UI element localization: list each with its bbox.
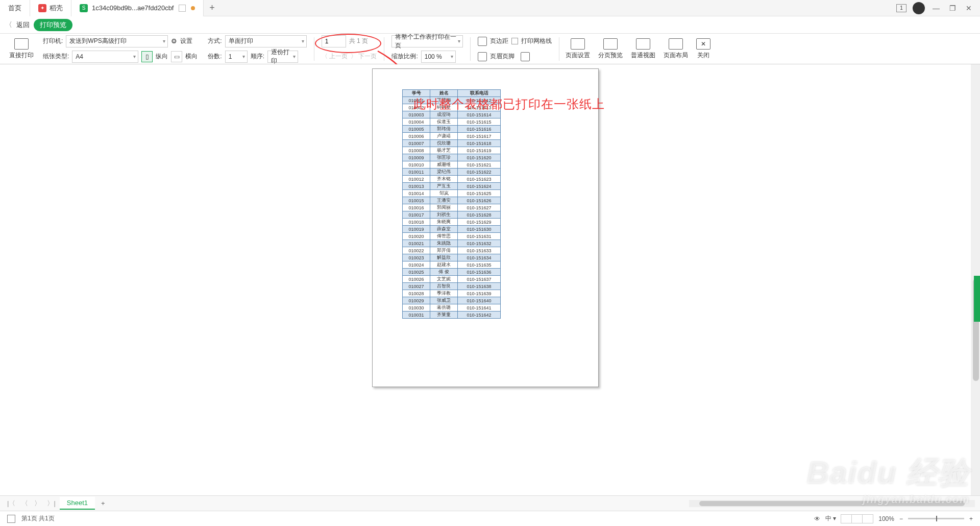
margins-button[interactable]: 页边距 打印网格线 — [478, 35, 552, 47]
page-setup-icon — [571, 38, 585, 50]
zoom-label: 缩放比例: — [391, 52, 418, 61]
zoom-out-button[interactable]: − — [899, 515, 903, 522]
settings-button[interactable]: 设置 — [180, 37, 192, 45]
printer-label: 打印机: — [43, 37, 63, 45]
eye-icon[interactable]: 👁 — [814, 515, 820, 522]
orientation-portrait[interactable]: 纵向 — [156, 52, 168, 61]
page-break-icon — [603, 38, 618, 50]
prev-page-button[interactable]: 〈 上一页 — [322, 52, 348, 61]
landscape-icon: ▭ — [171, 51, 182, 62]
printer-select[interactable]: 发送到WPS高级打印 — [66, 35, 168, 47]
print-preview-title: 打印预览 — [34, 19, 72, 31]
status-sheet-icon[interactable] — [7, 515, 15, 523]
back-button[interactable]: 返回 — [16, 20, 30, 30]
paper-select[interactable]: A4 — [72, 51, 138, 63]
preview-table: 学号姓名联系电话010001丁慧湘010-151612010002钟艳梦010-… — [402, 89, 501, 319]
portrait-icon: ▯ — [141, 51, 153, 62]
printer-icon — [14, 38, 29, 50]
header-footer-icon — [478, 52, 487, 61]
docer-icon: ✦ — [38, 4, 46, 12]
print-toolbar: 直接打印 打印机: 发送到WPS高级打印 ⚙ 设置 纸张类型: A4 ▯ 纵向 … — [0, 34, 980, 64]
order-label: 顺序: — [251, 52, 264, 61]
paper-label: 纸张类型: — [43, 52, 69, 61]
sheet-tab-bar: |〈 〈 〉 〉| Sheet1 + — [0, 495, 980, 511]
tab-docer[interactable]: ✦稻壳 — [30, 0, 71, 16]
print-grid-label: 打印网格线 — [521, 37, 552, 45]
normal-view-button[interactable]: 普通视图 — [627, 38, 659, 60]
unsaved-dot-icon — [191, 6, 195, 10]
zoom-in-button[interactable]: + — [969, 515, 973, 522]
sheet-add-button[interactable]: + — [97, 499, 109, 507]
tab-file[interactable]: S 1c34c09bd9b...ae7fdd20cbf — [71, 0, 204, 16]
copies-label: 份数: — [208, 52, 222, 61]
grid-checkbox[interactable] — [511, 38, 518, 44]
page-number-input[interactable] — [322, 35, 346, 47]
next-page-button[interactable]: 〉 下一页 — [351, 52, 377, 61]
order-select[interactable]: 逐份打印 — [267, 51, 298, 63]
normal-view-icon — [636, 38, 650, 50]
close-icon: ✕ — [696, 38, 710, 50]
header-footer-dialog-icon — [521, 52, 530, 61]
horizontal-scrollbar[interactable] — [689, 500, 975, 507]
view-normal[interactable] — [841, 514, 852, 523]
tab-add-button[interactable]: + — [204, 0, 220, 16]
preview-area: 学号姓名联系电话010001丁慧湘010-151612010002钟艳梦010-… — [0, 64, 971, 511]
page-layout-icon — [669, 38, 683, 50]
sheet-nav-last[interactable]: 〉| — [45, 499, 57, 508]
tab-home[interactable]: 首页 — [0, 0, 30, 16]
orientation-landscape[interactable]: 横向 — [185, 52, 198, 61]
view-page-break[interactable] — [851, 514, 863, 523]
status-bar: 第1页 共1页 👁 中 ▾ 100% − + — [0, 511, 980, 526]
zoom-value[interactable]: 100% — [878, 515, 894, 522]
direct-print-button[interactable]: 直接打印 — [5, 38, 38, 60]
spreadsheet-icon: S — [80, 4, 88, 12]
fit-select[interactable]: 将整个工作表打印在一页 — [391, 35, 463, 47]
page-total-label: 共 1 页 — [349, 37, 368, 45]
back-arrow-icon[interactable]: 〈 — [5, 20, 12, 30]
zoom-slider[interactable] — [908, 518, 964, 519]
notification-badge[interactable]: 1 — [896, 4, 906, 12]
tab-window-icon — [179, 5, 186, 12]
window-close[interactable]: ✕ — [964, 3, 974, 13]
page-info-label: 第1页 共1页 — [21, 514, 55, 523]
title-tab-bar: 首页 ✦稻壳 S 1c34c09bd9b...ae7fdd20cbf + 1 —… — [0, 0, 980, 16]
sheet-tab[interactable]: Sheet1 — [60, 497, 95, 510]
annotation-text: 此时整个表格都已打印在一张纸上 — [413, 96, 605, 112]
margins-icon — [478, 37, 487, 46]
header-bar: 〈 返回 打印预览 — [0, 16, 980, 34]
side-panel-tab[interactable] — [974, 276, 980, 322]
mode-select[interactable]: 单面打印 — [225, 35, 307, 47]
copies-input[interactable]: 1 — [225, 51, 248, 63]
window-maximize[interactable]: ❐ — [947, 3, 958, 13]
zoom-select[interactable]: 100 % — [421, 51, 456, 63]
preview-page: 学号姓名联系电话010001丁慧湘010-151612010002钟艳梦010-… — [372, 68, 599, 387]
page-break-button[interactable]: 分页预览 — [594, 38, 627, 60]
gear-icon: ⚙ — [171, 37, 177, 45]
sheet-nav-next[interactable]: 〉 — [32, 499, 43, 508]
user-avatar[interactable] — [913, 2, 925, 14]
view-reading[interactable] — [862, 514, 873, 523]
header-footer-button[interactable]: 页眉页脚 — [478, 51, 552, 63]
view-mode-group — [841, 514, 873, 523]
close-button[interactable]: ✕关闭 — [692, 38, 715, 60]
window-minimize[interactable]: — — [931, 3, 941, 13]
lang-icon[interactable]: 中 ▾ — [825, 514, 836, 523]
sheet-nav-first[interactable]: |〈 — [5, 499, 17, 508]
sheet-nav-prev[interactable]: 〈 — [19, 499, 30, 508]
page-layout-button[interactable]: 页面布局 — [659, 38, 692, 60]
mode-label: 方式: — [208, 37, 222, 45]
page-setup-button[interactable]: 页面设置 — [561, 38, 594, 60]
